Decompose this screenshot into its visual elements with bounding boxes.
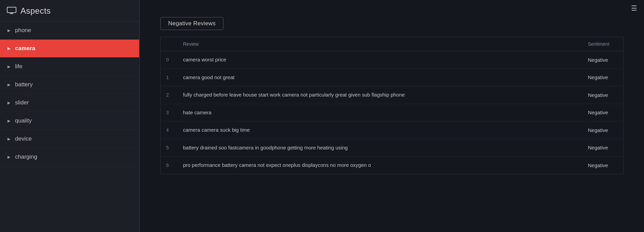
section-header: Negative Reviews [160,17,624,30]
table-cell-review: camera good not great [178,69,583,86]
table-cell-index: 2 [161,86,178,104]
table-cell-review: camera camera suck big time [178,121,583,139]
table-cell-sentiment: Negative [583,104,624,121]
table-cell-sentiment: Negative [583,51,624,69]
main-content: ☰ Negative Reviews Review Sentiment 0cam… [140,0,644,232]
chevron-right-icon: ▶ [8,101,10,105]
sidebar-item-battery[interactable]: ▶battery [0,76,139,94]
svg-rect-0 [7,7,16,13]
menu-icon[interactable]: ☰ [631,5,637,12]
sidebar-item-label: battery [15,81,33,88]
table-cell-review: hate camera [178,104,583,121]
sidebar-item-label: life [15,63,23,70]
table-row: 1camera good not greatNegative [161,69,624,86]
table-cell-sentiment: Negative [583,69,624,86]
table-cell-index: 0 [161,51,178,69]
sidebar-item-label: phone [15,27,31,34]
table-cell-sentiment: Negative [583,157,624,174]
sidebar-item-label: quality [15,117,32,124]
chevron-right-icon: ▶ [8,83,10,87]
table-cell-review: fully charged before leave house start w… [178,86,583,104]
sidebar-item-camera[interactable]: ▶camera [0,40,139,58]
table-cell-index: 3 [161,104,178,121]
table-cell-sentiment: Negative [583,121,624,139]
negative-reviews-tab[interactable]: Negative Reviews [160,17,223,30]
table-row: 2fully charged before leave house start … [161,86,624,104]
table-cell-sentiment: Negative [583,86,624,104]
table-row: 3hate cameraNegative [161,104,624,121]
sidebar-item-label: camera [15,45,35,52]
reviews-tbody: 0camera worst priceNegative1camera good … [161,51,624,174]
sidebar-item-phone[interactable]: ▶phone [0,21,139,40]
sidebar: Aspects ▶phone▶camera▶life▶battery▶slide… [0,0,140,232]
table-cell-index: 5 [161,139,178,157]
sidebar-item-quality[interactable]: ▶quality [0,112,139,130]
sidebar-item-life[interactable]: ▶life [0,58,139,76]
table-cell-review: battery drained soo fastcamera in goodph… [178,139,583,157]
chevron-right-icon: ▶ [8,137,10,141]
chevron-right-icon: ▶ [8,64,10,69]
table-cell-index: 1 [161,69,178,86]
sidebar-item-device[interactable]: ▶device [0,130,139,148]
table-cell-review: camera worst price [178,51,583,69]
chevron-right-icon: ▶ [8,155,10,159]
table-col-sentiment: Sentiment [583,37,624,51]
monitor-icon [7,7,16,15]
sidebar-item-slider[interactable]: ▶slider [0,94,139,112]
top-bar: ☰ [624,0,644,16]
table-cell-index: 4 [161,121,178,139]
sidebar-title: Aspects [20,6,51,16]
sidebar-item-charging[interactable]: ▶charging [0,148,139,166]
reviews-section: Negative Reviews Review Sentiment 0camer… [140,0,644,232]
chevron-right-icon: ▶ [8,28,10,33]
table-row: 0camera worst priceNegative [161,51,624,69]
chevron-right-icon: ▶ [8,46,10,51]
table-header-row: Review Sentiment [161,37,624,51]
table-cell-sentiment: Negative [583,139,624,157]
sidebar-item-label: charging [15,154,37,160]
table-row: 6pro performance battery camera not expe… [161,157,624,174]
chevron-right-icon: ▶ [8,119,10,123]
sidebar-header: Aspects [0,0,139,21]
table-row: 4camera camera suck big timeNegative [161,121,624,139]
table-row: 5battery drained soo fastcamera in goodp… [161,139,624,157]
table-cell-index: 6 [161,157,178,174]
table-col-review: Review [178,37,583,51]
reviews-table: Review Sentiment 0camera worst priceNega… [160,37,624,174]
sidebar-item-label: device [15,135,32,142]
table-cell-review: pro performance battery camera not expec… [178,157,583,174]
sidebar-items-container: ▶phone▶camera▶life▶battery▶slider▶qualit… [0,21,139,166]
sidebar-item-label: slider [15,99,29,106]
table-col-index [161,37,178,51]
